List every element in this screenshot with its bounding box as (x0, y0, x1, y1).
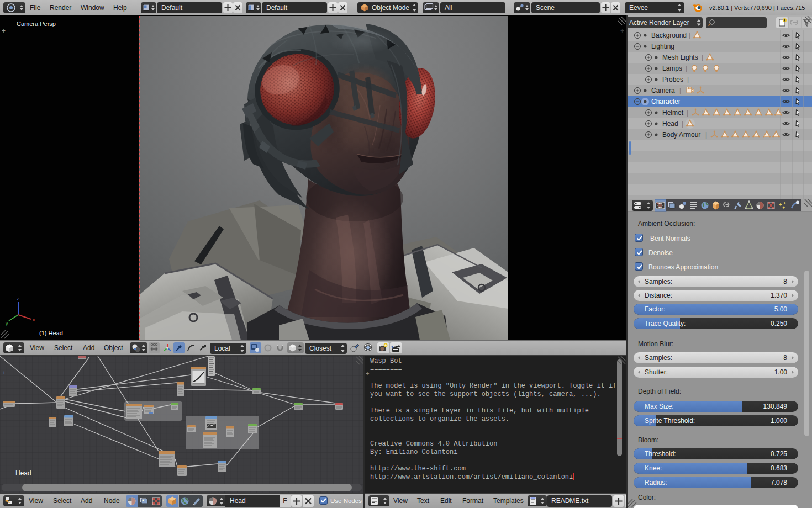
svg-text:|: | (687, 76, 689, 83)
svg-text:Active Render Layer: Active Render Layer (629, 19, 689, 27)
svg-text:z: z (17, 296, 19, 301)
svg-text:Camera Persp: Camera Persp (17, 20, 56, 27)
svg-text:(1) Head: (1) Head (39, 330, 63, 336)
svg-text:Character: Character (651, 98, 681, 105)
svg-text:|: | (702, 54, 703, 61)
svg-text:|: | (679, 87, 681, 94)
svg-text:Lamps: Lamps (662, 65, 682, 72)
svg-text:Mesh Lights: Mesh Lights (662, 54, 698, 61)
svg-text:Lighting: Lighting (651, 43, 674, 50)
svg-text:Head: Head (662, 120, 678, 128)
svg-text:|: | (682, 120, 683, 128)
svg-text:+: + (2, 369, 6, 376)
svg-text:Helmet: Helmet (662, 109, 684, 117)
svg-text:+: + (2, 27, 6, 35)
svg-text:|: | (687, 109, 688, 117)
svg-text:|: | (686, 65, 687, 72)
svg-text:Probes: Probes (662, 76, 683, 83)
svg-text:Head: Head (15, 469, 31, 477)
svg-text:y: y (6, 321, 8, 326)
svg-text:+: + (620, 27, 624, 35)
svg-text:x: x (33, 317, 35, 322)
svg-text:Body Armour: Body Armour (662, 131, 700, 139)
svg-text:|: | (689, 31, 690, 39)
svg-text:Camera: Camera (651, 87, 675, 94)
svg-text:|: | (705, 131, 707, 139)
svg-text:Background: Background (651, 31, 687, 39)
